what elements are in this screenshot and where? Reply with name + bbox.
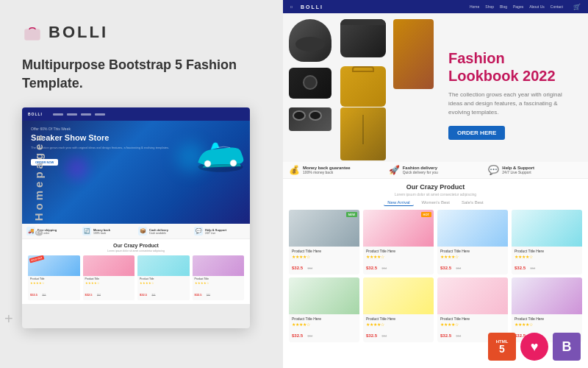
product-name: Product Title: [30, 277, 78, 280]
preview-hero: Offer 60% Of This Week Sneaker Show Stor…: [22, 121, 250, 224]
plus-icon: +: [4, 311, 13, 328]
preview-order-button[interactable]: ORDER NOW: [31, 159, 58, 166]
product-stars: ★★★★☆: [366, 254, 431, 259]
feature-delivery: 📦 Cash delivery Cash available: [138, 227, 190, 236]
right-navbar: □ BOLLI Home Shop Blog Pages About Us Co…: [283, 0, 588, 13]
bootstrap-letter: B: [562, 339, 572, 355]
product-tabs: New Arrival Women's Best Sale's Best: [289, 199, 582, 206]
preview-hero-subtitle: Offer 60% Of This Week: [31, 127, 241, 131]
product-price: $32.5: [440, 266, 451, 270]
product-card: Product Title Here ★★★★☆ $32.5 $64: [437, 210, 508, 275]
fashion-pants: [393, 19, 434, 89]
tab-womens[interactable]: Women's Best: [418, 199, 453, 206]
main-preview-screenshot: BOLLI Offer 60% Of This Week Sneaker Sho…: [22, 107, 250, 328]
product-info: Product Title Here ★★★★☆ $32.5 $64: [289, 314, 359, 342]
product-price: $32.5: [85, 293, 93, 297]
product-card: Product Title Here ★★★★☆ $32.5 $64: [363, 277, 434, 342]
bootstrap-badge: B: [553, 333, 581, 361]
tab-sale[interactable]: Sale's Best: [458, 199, 487, 206]
preview-nav-link: [53, 113, 63, 116]
products-section-desc: Lorem ipsum dolor sit amet consectetur a…: [28, 250, 244, 252]
product-info: Product Title Here ★★★★☆ $32.5 $64: [437, 247, 508, 275]
feature-moneyback: 🔄 Money back 100% back: [82, 227, 134, 236]
product-old-price: $64: [207, 294, 210, 297]
product-old-price: $64: [307, 334, 312, 338]
product-stars: ★★★★☆: [85, 281, 133, 285]
product-image: [137, 255, 190, 276]
product-image: [512, 210, 582, 247]
right-products-row1: NEW Product Title Here ★★★★☆ $32.5 $64 H…: [289, 210, 582, 275]
preview-nav-logo: BOLLI: [28, 112, 43, 116]
svg-rect-0: [25, 29, 40, 40]
product-image: [437, 277, 508, 314]
feature-title: Free shipping: [37, 228, 57, 232]
brand-logo: BOLLI: [22, 22, 265, 43]
product-price: $32.5: [195, 293, 202, 297]
tab-new-arrival[interactable]: New Arrival: [384, 199, 413, 206]
product-old-price: $64: [381, 266, 387, 270]
product-image: [289, 277, 359, 314]
brand-name: BOLLI: [49, 23, 108, 42]
product-price: $32.5: [292, 266, 303, 270]
right-features-strip: 💰 Money back guarantee 100% money back 🚀…: [283, 162, 588, 179]
nav-link-blog[interactable]: Blog: [500, 4, 507, 9]
product-info: Product Title ★★★★☆ $32.5 $64: [137, 276, 190, 300]
product-price: $32.5: [514, 266, 526, 270]
nav-link-shop[interactable]: Shop: [485, 4, 494, 9]
feature-fast-delivery: 🚀 Fashion delivery Quick delivery for yo…: [389, 165, 483, 175]
html5-badge: HTML 5: [488, 333, 516, 361]
product-name: Product Title Here: [514, 316, 579, 321]
fashion-hat: [289, 19, 331, 62]
product-info: Product Title Here ★★★★☆ $32.5 $64: [363, 247, 434, 275]
fashion-lookbook-title: Fashion Lookbook 2022: [448, 49, 577, 85]
product-stars: ★★★★☆: [292, 254, 356, 259]
product-old-price: $64: [381, 334, 387, 338]
hot-badge: HOT: [421, 212, 431, 217]
bag-icon: [22, 22, 43, 43]
products-section: Our Crazy Product Lorem ipsum dolor sit …: [22, 239, 250, 304]
sold-badge: SOLD OUT: [29, 255, 44, 263]
product-image: [83, 255, 135, 276]
right-section-desc: Lorem ipsum dolor sit amet consectetur a…: [289, 192, 582, 197]
product-image: [437, 210, 508, 247]
product-image: [512, 277, 582, 314]
product-card: Product Title ★★★★☆ $32.5 $64: [83, 255, 135, 300]
cart-icon[interactable]: 🛒: [573, 4, 581, 10]
nav-link-contact[interactable]: Contact: [551, 4, 563, 9]
svg-point-3: [230, 160, 237, 167]
feature-desc: 100% back: [93, 232, 110, 236]
product-card: Product Title ★★★★☆ $32.5 $64: [193, 255, 245, 300]
product-card: SOLD OUT Product Title ★★★★☆ $32.5 $64: [28, 255, 80, 300]
product-old-price: $64: [42, 294, 46, 297]
nav-link-home[interactable]: Home: [470, 4, 479, 9]
fashion-images-collage: [283, 13, 437, 175]
fashion-shoes: [340, 19, 386, 57]
product-card: Product Title Here ★★★★☆ $32.5 $64: [289, 277, 359, 342]
product-stars: ★★★★☆: [140, 281, 187, 285]
support-icon: 💬: [194, 227, 203, 236]
nav-link-pages[interactable]: Pages: [513, 4, 523, 9]
product-info: Product Title Here ★★★★☆ $32.5 $64: [512, 247, 582, 275]
sneaker-image: [195, 135, 246, 176]
product-name: Product Title: [85, 277, 133, 280]
products-grid: SOLD OUT Product Title ★★★★☆ $32.5 $64: [28, 255, 244, 300]
feature-desc: 100% money back: [303, 170, 351, 174]
money-icon: 💰: [289, 165, 300, 175]
product-old-price: $64: [456, 334, 461, 338]
feature-desc: 24/7 Live: [205, 232, 226, 236]
fashion-glasses: [289, 107, 331, 131]
product-pricing: $32.5 $64: [30, 286, 78, 299]
fashion-order-button[interactable]: ORDER HERE: [448, 126, 505, 140]
fashion-text-area: Fashion Lookbook 2022 The collection gro…: [437, 13, 588, 175]
feature-title: Help & Support: [205, 228, 226, 232]
product-stars: ★★★★☆: [440, 254, 505, 259]
product-stars: ★★★★☆: [440, 322, 505, 327]
left-panel: BOLLI Multipurpose Bootstrap 5 Fashion T…: [0, 0, 287, 368]
product-card: Product Title Here ★★★★☆ $32.5 $64: [512, 210, 582, 275]
product-price: $32.5: [440, 333, 451, 338]
product-info: Product Title ★★★★☆ $32.5 $64: [28, 276, 80, 300]
glow-effect: [66, 158, 88, 180]
product-pricing: $32.5 $64: [195, 286, 243, 299]
nav-link-about[interactable]: About Us: [529, 4, 545, 9]
fashion-jacket: [340, 107, 386, 160]
